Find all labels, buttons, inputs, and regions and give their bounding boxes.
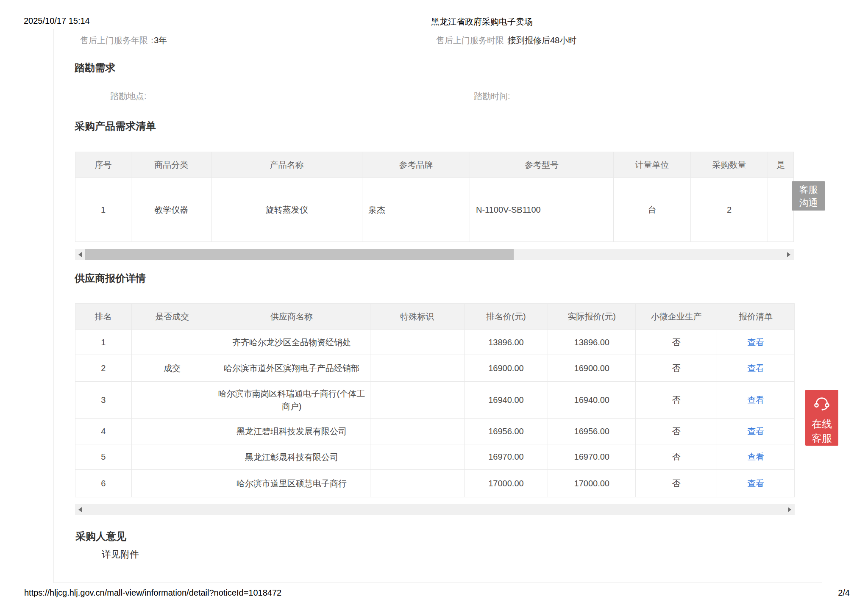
customer-chat-label-line1: 客服 xyxy=(792,183,825,196)
table-cell xyxy=(131,330,213,355)
opinion-content: 详见附件 xyxy=(102,548,139,561)
table-cell: 16940.00 xyxy=(464,382,548,419)
print-footer-url: https://hljcg.hlj.gov.cn/mall-view/infor… xyxy=(24,588,281,598)
column-header: 参考品牌 xyxy=(362,152,470,178)
table-cell: 13896.00 xyxy=(548,330,636,355)
table-cell xyxy=(370,330,464,355)
after-sales-years-label: 售后上门服务年限： xyxy=(80,35,156,46)
column-header: 是 xyxy=(768,152,794,178)
online-service-button[interactable]: 在线 客服 xyxy=(805,390,838,446)
table-cell: 17000.00 xyxy=(464,470,548,497)
column-header: 排名价(元) xyxy=(464,304,548,330)
table-cell: 哈尔滨市道外区滨翔电子产品经销部 xyxy=(213,355,370,382)
column-header: 参考型号 xyxy=(470,152,613,178)
table-cell: 否 xyxy=(636,382,717,419)
table-cell: 旋转蒸发仪 xyxy=(211,178,362,242)
column-header: 计量单位 xyxy=(613,152,690,178)
table-cell: 2 xyxy=(690,178,768,242)
print-datetime: 2025/10/17 15:14 xyxy=(24,16,90,26)
table-cell: 哈尔滨市南岗区科瑞通电子商行(个体工商户) xyxy=(213,382,370,419)
table-cell xyxy=(131,419,213,444)
table-cell: 16970.00 xyxy=(464,444,548,470)
table-cell: N-1100V-SB1100 xyxy=(470,178,613,242)
scroll-right-icon[interactable] xyxy=(787,252,790,257)
table-cell: 16970.00 xyxy=(548,444,636,470)
headset-icon xyxy=(812,397,831,411)
column-header: 产品名称 xyxy=(211,152,362,178)
table-cell: 教学仪器 xyxy=(131,178,211,242)
table-cell: 否 xyxy=(636,330,717,355)
table-cell: 查看 xyxy=(717,444,795,470)
quote-table-scrollbar[interactable] xyxy=(75,504,795,515)
survey-location-label: 踏勘地点: xyxy=(110,91,147,102)
table-cell: 16940.00 xyxy=(548,382,636,419)
print-preview-page: 2025/10/17 15:14 黑龙江省政府采购电子卖场 售后上门服务年限： … xyxy=(0,0,868,613)
table-cell: 查看 xyxy=(717,330,795,355)
online-service-label-line2: 客服 xyxy=(812,431,832,446)
opinion-section-heading: 采购人意见 xyxy=(75,530,126,543)
table-cell xyxy=(131,382,213,419)
table-cell: 否 xyxy=(636,355,717,382)
quote-table: 排名是否成交供应商名称特殊标识排名价(元)实际报价(元)小微企业生产报价清单1齐… xyxy=(75,303,795,497)
scroll-left-icon[interactable] xyxy=(78,507,82,512)
column-header: 排名 xyxy=(75,304,132,330)
table-cell: 齐齐哈尔龙沙区全品物资经销处 xyxy=(213,330,370,355)
table-cell xyxy=(131,470,213,497)
table-cell: 否 xyxy=(636,470,717,497)
column-header: 供应商名称 xyxy=(213,304,370,330)
scroll-right-icon[interactable] xyxy=(788,507,791,512)
table-cell: 查看 xyxy=(717,470,795,497)
after-sales-time-label: 售后上门服务时限： xyxy=(436,35,512,46)
view-quote-link[interactable]: 查看 xyxy=(747,363,764,373)
survey-section-heading: 踏勘需求 xyxy=(75,61,115,75)
table-cell: 16956.00 xyxy=(464,419,548,444)
table-cell: 台 xyxy=(613,178,690,242)
table-cell: 1 xyxy=(75,330,132,355)
survey-time-label: 踏勘时间: xyxy=(474,91,510,102)
scrollbar-thumb[interactable] xyxy=(85,249,514,260)
table-cell xyxy=(768,178,794,242)
view-quote-link[interactable]: 查看 xyxy=(747,395,764,405)
view-quote-link[interactable]: 查看 xyxy=(747,452,764,461)
customer-chat-button[interactable]: 客服 沟通 xyxy=(792,181,825,211)
quote-table-viewport: 排名是否成交供应商名称特殊标识排名价(元)实际报价(元)小微企业生产报价清单1齐… xyxy=(75,303,795,497)
table-cell xyxy=(370,470,464,497)
column-header: 商品分类 xyxy=(131,152,211,178)
view-quote-link[interactable]: 查看 xyxy=(747,427,764,436)
table-cell: 4 xyxy=(75,419,132,444)
table-cell xyxy=(131,444,213,470)
table-cell: 查看 xyxy=(717,355,795,382)
scroll-left-icon[interactable] xyxy=(78,252,82,257)
column-header: 小微企业生产 xyxy=(636,304,717,330)
table-cell: 否 xyxy=(636,419,717,444)
column-header: 实际报价(元) xyxy=(548,304,636,330)
table-cell xyxy=(370,355,464,382)
table-cell: 1 xyxy=(75,178,131,242)
table-cell: 黑龙江彰晟科技有限公司 xyxy=(213,444,370,470)
table-cell: 13896.00 xyxy=(464,330,548,355)
after-sales-time-value: 接到报修后48小时 xyxy=(508,35,576,46)
table-cell: 5 xyxy=(75,444,132,470)
online-service-label-line1: 在线 xyxy=(812,417,832,431)
column-header: 采购数量 xyxy=(690,152,768,178)
view-quote-link[interactable]: 查看 xyxy=(747,338,764,347)
column-header: 序号 xyxy=(75,152,131,178)
table-cell: 16956.00 xyxy=(548,419,636,444)
product-table-scrollbar[interactable] xyxy=(75,249,794,260)
table-cell xyxy=(370,419,464,444)
table-cell: 查看 xyxy=(717,382,795,419)
view-quote-link[interactable]: 查看 xyxy=(747,479,764,488)
table-cell: 否 xyxy=(636,444,717,470)
product-section-heading: 采购产品需求清单 xyxy=(75,119,156,133)
table-cell: 查看 xyxy=(717,419,795,444)
product-table-viewport: 序号商品分类产品名称参考品牌参考型号计量单位采购数量是1教学仪器旋转蒸发仪泉杰N… xyxy=(75,152,794,242)
page-title: 黑龙江省政府采购电子卖场 xyxy=(431,16,533,28)
table-cell: 哈尔滨市道里区硕慧电子商行 xyxy=(213,470,370,497)
table-cell: 3 xyxy=(75,382,132,419)
quote-section-heading: 供应商报价详情 xyxy=(75,272,146,285)
table-cell: 黑龙江碧珇科技发展有限公司 xyxy=(213,419,370,444)
column-header: 是否成交 xyxy=(131,304,213,330)
table-cell: 16900.00 xyxy=(464,355,548,382)
table-cell: 2 xyxy=(75,355,132,382)
table-cell: 17000.00 xyxy=(548,470,636,497)
